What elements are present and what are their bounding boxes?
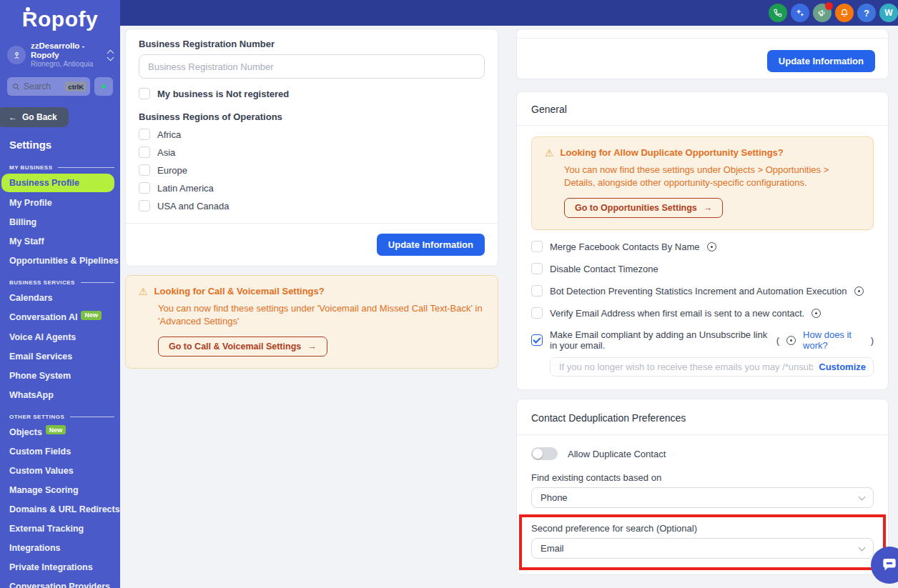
user-avatar[interactable]: W (879, 4, 898, 22)
warning-icon: ⚠ (545, 148, 554, 158)
go-to-opportunities-settings-button[interactable]: Go to Opportunities Settings → (564, 198, 723, 218)
region-checkbox[interactable] (139, 182, 150, 194)
sidebar: Ropofy zzDesarrollo - Ropofy Rionegro, A… (0, 0, 120, 588)
sidebar-item-objects[interactable]: ObjectsNew (0, 423, 120, 442)
regions-label: Business Regions of Operations (139, 111, 485, 122)
region-label: Europe (157, 165, 187, 176)
sidebar-item-whatsapp[interactable]: WhatsApp (0, 386, 120, 404)
help-button[interactable]: ? (857, 4, 876, 22)
update-information-button[interactable]: Update Information (377, 234, 485, 256)
region-checkbox[interactable] (139, 129, 150, 140)
unsubscribe-preview-field[interactable]: If you no longer wish to receive these e… (550, 357, 874, 377)
info-icon[interactable] (786, 336, 796, 345)
new-badge: New (81, 311, 102, 320)
sidebar-item-email-services[interactable]: Email Services (0, 347, 120, 366)
announcements-button[interactable] (813, 4, 832, 22)
sidebar-section-header: MY BUSINESS (9, 164, 114, 171)
registration-input[interactable] (139, 54, 485, 79)
option-checkbox[interactable] (531, 263, 543, 274)
region-label: USA and Canada (157, 201, 229, 211)
ai-assistant-button[interactable]: ✦ (94, 77, 113, 96)
logo-dot-icon (26, 7, 30, 11)
search-input[interactable]: Search ctrlK (7, 77, 90, 96)
voicemail-settings-alert: ⚠ Looking for Call & Voicemail Settings?… (125, 275, 498, 369)
region-checkbox[interactable] (139, 164, 150, 176)
region-label: Latin America (157, 183, 214, 194)
option-checkbox[interactable] (531, 241, 543, 252)
sidebar-section-header: BUSINESS SERVICES (9, 279, 114, 286)
sidebar-title: Settings (9, 139, 120, 151)
option-checkbox[interactable] (531, 307, 543, 319)
region-label: Africa (157, 129, 181, 140)
sidebar-item-custom-values[interactable]: Custom Values (0, 462, 120, 480)
sidebar-item-business-profile[interactable]: Business Profile (1, 174, 114, 192)
paren: ) (871, 335, 874, 346)
ai-tools-button[interactable] (791, 4, 809, 22)
announcements-icon (817, 8, 827, 18)
not-registered-label: My business is Not registered (157, 89, 289, 99)
sidebar-item-voice-ai-agents[interactable]: Voice AI Agents (0, 328, 120, 347)
new-badge: New (46, 425, 66, 434)
brand-logo[interactable]: Ropofy (0, 7, 120, 31)
option-checkbox[interactable] (531, 334, 543, 346)
sidebar-nav: MY BUSINESSBusiness ProfileMy ProfileBil… (0, 151, 120, 588)
option-label: Make Email compliant by adding an Unsubs… (550, 329, 769, 351)
sidebar-item-manage-scoring[interactable]: Manage Scoring (0, 481, 120, 499)
account-chevron-updown-icon (108, 51, 113, 60)
go-to-call-voicemail-settings-button[interactable]: Go to Call & Voicemail Settings → (158, 337, 327, 357)
region-row-africa: Africa (139, 129, 485, 140)
info-icon[interactable] (707, 242, 716, 251)
option-row-disable-contact-timezone: Disable Contact Timezone (531, 263, 874, 274)
notification-dot (825, 2, 833, 10)
annotation-highlight-box: Second preference for search (Optional) … (519, 514, 886, 570)
option-label: Disable Contact Timezone (550, 264, 658, 274)
allow-duplicate-toggle[interactable] (531, 447, 558, 460)
how-does-it-work-link[interactable]: How does it work? (803, 329, 864, 351)
region-checkbox[interactable] (139, 200, 150, 211)
sidebar-item-conversation-ai[interactable]: Conversation AINew (0, 308, 120, 327)
option-row-merge-facebook-contacts-by-name: Merge Facebook Contacts By Name (531, 241, 874, 252)
business-info-column: Business Registration Number My business… (125, 26, 498, 369)
account-switcher[interactable]: zzDesarrollo - Ropofy Rionegro, Antioqui… (0, 41, 120, 69)
region-label: Asia (157, 147, 175, 158)
info-icon[interactable] (811, 309, 821, 318)
general-card: General ⚠ Looking for Allow Duplicate Op… (516, 91, 889, 390)
sidebar-item-external-tracking[interactable]: External Tracking (0, 519, 120, 538)
alert-title: Looking for Allow Duplicate Opportunity … (561, 147, 784, 158)
ai-sparkles-icon (795, 8, 805, 18)
info-icon[interactable] (854, 286, 864, 296)
second-preference-select[interactable]: Email (531, 538, 874, 559)
search-shortcut-badge: ctrlK (65, 81, 87, 91)
go-back-button[interactable]: ← Go Back (0, 107, 69, 127)
sidebar-item-my-profile[interactable]: My Profile (0, 194, 120, 212)
sidebar-item-my-staff[interactable]: My Staff (0, 232, 120, 251)
sidebar-item-private-integrations[interactable]: Private Integrations (0, 558, 120, 577)
sidebar-item-phone-system[interactable]: Phone System (0, 367, 120, 385)
update-information-button[interactable]: Update Information (767, 50, 875, 72)
option-row-bot-detection-preventing-statistics-incr: Bot Detection Preventing Statistics Incr… (531, 285, 874, 297)
notifications-button[interactable] (835, 4, 854, 22)
phone-button[interactable] (769, 4, 787, 22)
chevron-down-icon (859, 544, 866, 552)
customize-link[interactable]: Customize (816, 358, 866, 376)
sidebar-item-custom-fields[interactable]: Custom Fields (0, 442, 120, 461)
account-name: zzDesarrollo - Ropofy (31, 41, 103, 60)
sidebar-item-domains-url-redirects[interactable]: Domains & URL Redirects (0, 500, 120, 519)
help-icon: ? (864, 8, 869, 19)
region-row-latin-america: Latin America (139, 182, 485, 194)
duplicate-opportunity-alert: ⚠ Looking for Allow Duplicate Opportunit… (531, 136, 874, 230)
phone-icon (773, 8, 783, 18)
unsubscribe-preview-text: If you no longer wish to receive these e… (559, 358, 813, 376)
sidebar-item-opportunities-pipelines[interactable]: Opportunities & Pipelines (0, 251, 120, 270)
sidebar-item-calendars[interactable]: Calendars (0, 289, 120, 307)
sidebar-item-integrations[interactable]: Integrations (0, 539, 120, 557)
not-registered-checkbox[interactable] (139, 88, 150, 99)
region-checkbox[interactable] (139, 146, 150, 158)
sidebar-item-conversation-providers[interactable]: Conversation Providers (0, 577, 120, 588)
sidebar-item-billing[interactable]: Billing (0, 213, 120, 231)
chevron-down-icon (859, 494, 866, 501)
option-checkbox[interactable] (531, 285, 543, 297)
settings-column: Update Information General ⚠ Looking for… (516, 26, 889, 588)
find-contacts-label: Find existing contacts based on (531, 472, 874, 483)
find-contacts-select[interactable]: Phone (531, 487, 874, 508)
